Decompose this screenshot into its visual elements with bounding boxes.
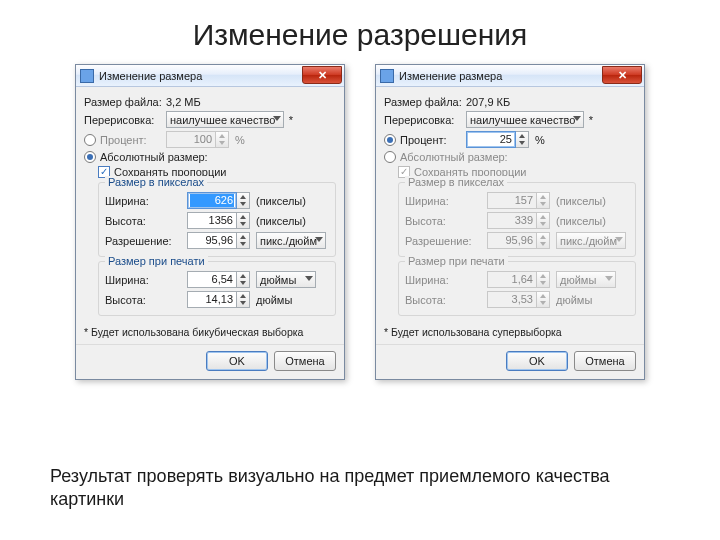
- percent-spin[interactable]: [516, 131, 529, 148]
- percent-field[interactable]: 100: [166, 131, 216, 148]
- chevron-down-icon: [315, 237, 323, 242]
- chevron-down-icon: [605, 276, 613, 281]
- percent-label: Процент:: [400, 134, 466, 146]
- titlebar[interactable]: Изменение размера ✕: [76, 65, 344, 87]
- print-height-unit: дюймы: [556, 294, 592, 306]
- pixel-height-field[interactable]: 1356: [187, 212, 237, 229]
- print-height-label: Высота:: [405, 294, 487, 306]
- pixel-height-spin[interactable]: [537, 212, 550, 229]
- group-print-title: Размер при печати: [105, 255, 208, 267]
- height-unit: (пикселы): [256, 215, 306, 227]
- percent-unit: %: [535, 134, 545, 146]
- close-button[interactable]: ✕: [302, 66, 342, 84]
- print-width-unit-combo[interactable]: дюймы: [556, 271, 616, 288]
- width-unit: (пикселы): [256, 195, 306, 207]
- height-label: Высота:: [405, 215, 487, 227]
- print-width-field[interactable]: 1,64: [487, 271, 537, 288]
- print-height-label: Высота:: [105, 294, 187, 306]
- pixel-width-field[interactable]: 626: [187, 192, 237, 209]
- print-width-spin[interactable]: [537, 271, 550, 288]
- resolution-label: Разрешение:: [105, 235, 187, 247]
- app-icon: [80, 69, 94, 83]
- print-width-spin[interactable]: [237, 271, 250, 288]
- height-unit: (пикселы): [556, 215, 606, 227]
- absolute-label: Абсолютный размер:: [100, 151, 208, 163]
- slide-caption: Результат проверять визуально на предмет…: [50, 465, 670, 510]
- resolution-spin[interactable]: [537, 232, 550, 249]
- resample-label: Перерисовка:: [84, 114, 166, 126]
- file-size-value: 3,2 МБ: [166, 96, 201, 108]
- pixel-width-field[interactable]: 157: [487, 192, 537, 209]
- print-width-unit-combo[interactable]: дюймы: [256, 271, 316, 288]
- print-height-spin[interactable]: [237, 291, 250, 308]
- footnote: * Будет использована бикубическая выборк…: [76, 324, 344, 344]
- slide-title: Изменение разрешения: [0, 0, 720, 64]
- file-size-value: 207,9 КБ: [466, 96, 510, 108]
- width-label: Ширина:: [105, 195, 187, 207]
- chevron-down-icon: [273, 116, 281, 121]
- percent-radio[interactable]: [84, 134, 96, 146]
- resize-dialog-right: Изменение размера ✕ Размер файла: 207,9 …: [375, 64, 645, 380]
- print-width-label: Ширина:: [105, 274, 187, 286]
- width-label: Ширина:: [405, 195, 487, 207]
- resample-label: Перерисовка:: [384, 114, 466, 126]
- group-pixels-title: Размер в пикселах: [105, 176, 207, 188]
- footnote-marker: *: [587, 114, 595, 126]
- resolution-unit-combo[interactable]: пикс./дюйм: [556, 232, 626, 249]
- resolution-unit-combo[interactable]: пикс./дюйм: [256, 232, 326, 249]
- percent-unit: %: [235, 134, 245, 146]
- window-title: Изменение размера: [99, 70, 202, 82]
- group-pixels-title: Размер в пикселах: [405, 176, 507, 188]
- app-icon: [380, 69, 394, 83]
- print-unit: дюймы: [560, 274, 596, 286]
- print-height-field[interactable]: 14,13: [187, 291, 237, 308]
- pixel-width-spin[interactable]: [537, 192, 550, 209]
- resolution-unit: пикс./дюйм: [260, 235, 317, 247]
- titlebar[interactable]: Изменение размера ✕: [376, 65, 644, 87]
- absolute-radio[interactable]: [84, 151, 96, 163]
- percent-radio[interactable]: [384, 134, 396, 146]
- close-button[interactable]: ✕: [602, 66, 642, 84]
- cancel-button[interactable]: Отмена: [274, 351, 336, 371]
- chevron-down-icon: [573, 116, 581, 121]
- ok-button[interactable]: OK: [206, 351, 268, 371]
- resize-dialog-left: Изменение размера ✕ Размер файла: 3,2 МБ…: [75, 64, 345, 380]
- print-width-label: Ширина:: [405, 274, 487, 286]
- resample-value: наилучшее качество: [170, 114, 275, 126]
- print-height-unit: дюймы: [256, 294, 292, 306]
- resolution-field[interactable]: 95,96: [187, 232, 237, 249]
- percent-label: Процент:: [100, 134, 166, 146]
- absolute-radio[interactable]: [384, 151, 396, 163]
- chevron-down-icon: [615, 237, 623, 242]
- file-size-label: Размер файла:: [384, 96, 466, 108]
- height-label: Высота:: [105, 215, 187, 227]
- resample-value: наилучшее качество: [470, 114, 575, 126]
- width-unit: (пикселы): [556, 195, 606, 207]
- print-width-field[interactable]: 6,54: [187, 271, 237, 288]
- group-print-title: Размер при печати: [405, 255, 508, 267]
- absolute-label: Абсолютный размер:: [400, 151, 508, 163]
- window-title: Изменение размера: [399, 70, 502, 82]
- pixel-width-spin[interactable]: [237, 192, 250, 209]
- ok-button[interactable]: OK: [506, 351, 568, 371]
- resolution-label: Разрешение:: [405, 235, 487, 247]
- file-size-label: Размер файла:: [84, 96, 166, 108]
- cancel-button[interactable]: Отмена: [574, 351, 636, 371]
- print-height-field[interactable]: 3,53: [487, 291, 537, 308]
- chevron-down-icon: [305, 276, 313, 281]
- footnote: * Будет использована супервыборка: [376, 324, 644, 344]
- resolution-spin[interactable]: [237, 232, 250, 249]
- resolution-field[interactable]: 95,96: [487, 232, 537, 249]
- print-height-spin[interactable]: [537, 291, 550, 308]
- pixel-height-field[interactable]: 339: [487, 212, 537, 229]
- resolution-unit: пикс./дюйм: [560, 235, 617, 247]
- resample-combo[interactable]: наилучшее качество: [166, 111, 284, 128]
- percent-spin[interactable]: [216, 131, 229, 148]
- percent-field[interactable]: 25: [466, 131, 516, 148]
- footnote-marker: *: [287, 114, 295, 126]
- print-unit: дюймы: [260, 274, 296, 286]
- resample-combo[interactable]: наилучшее качество: [466, 111, 584, 128]
- pixel-height-spin[interactable]: [237, 212, 250, 229]
